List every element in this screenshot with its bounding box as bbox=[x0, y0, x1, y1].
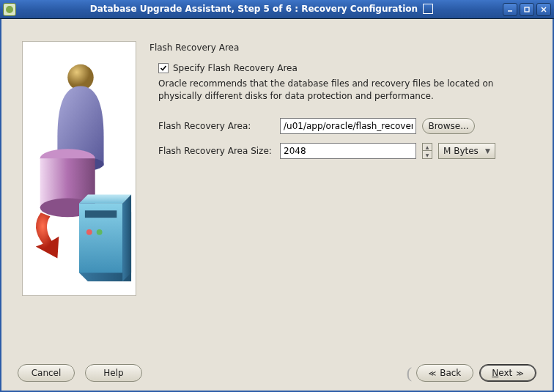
browse-button[interactable]: Browse... bbox=[422, 118, 475, 134]
size-unit-selected: M Bytes bbox=[443, 146, 479, 156]
svg-point-15 bbox=[97, 229, 103, 235]
size-spinner[interactable]: ▲ ▼ bbox=[422, 143, 432, 159]
app-icon bbox=[3, 3, 16, 16]
svg-point-14 bbox=[86, 229, 92, 235]
button-bar: Cancel Help ( ≪ Back Next ≫ bbox=[1, 355, 553, 391]
maximize-button[interactable] bbox=[520, 3, 534, 16]
svg-rect-1 bbox=[525, 7, 529, 12]
specify-recovery-label: Specify Flash Recovery Area bbox=[173, 63, 298, 73]
form-area: Flash Recovery Area Specify Flash Recove… bbox=[149, 41, 532, 348]
size-unit-dropdown[interactable]: M Bytes ▼ bbox=[438, 143, 495, 159]
recovery-path-label: Flash Recovery Area: bbox=[158, 121, 274, 131]
recovery-description: Oracle recommends that the database file… bbox=[158, 78, 532, 103]
close-button[interactable] bbox=[536, 3, 551, 16]
spinner-down-icon[interactable]: ▼ bbox=[423, 151, 432, 158]
recovery-size-input[interactable] bbox=[280, 143, 416, 159]
cancel-button[interactable]: Cancel bbox=[18, 364, 75, 382]
next-arrow-icon: ≫ bbox=[516, 369, 523, 377]
window-title: Database Upgrade Assistant, Step 5 of 6 … bbox=[21, 4, 503, 15]
back-button-label: Back bbox=[440, 368, 461, 378]
svg-marker-12 bbox=[122, 195, 131, 281]
window-title-text: Database Upgrade Assistant, Step 5 of 6 … bbox=[90, 4, 418, 14]
minimize-button[interactable] bbox=[503, 3, 517, 16]
svg-rect-13 bbox=[85, 210, 117, 218]
next-button[interactable]: Next ≫ bbox=[479, 364, 536, 382]
window-titlebar: Database Upgrade Assistant, Step 5 of 6 … bbox=[0, 0, 554, 19]
help-button[interactable]: Help bbox=[85, 364, 142, 382]
svg-marker-11 bbox=[79, 195, 131, 204]
chevron-down-icon: ▼ bbox=[485, 147, 490, 155]
recovery-size-row: Flash Recovery Area Size: ▲ ▼ M Bytes ▼ bbox=[158, 143, 532, 159]
back-arrow-icon: ≪ bbox=[429, 369, 436, 377]
recovery-size-label: Flash Recovery Area Size: bbox=[158, 146, 274, 156]
spinner-up-icon[interactable]: ▲ bbox=[423, 144, 432, 152]
recovery-path-input[interactable] bbox=[280, 118, 416, 134]
specify-recovery-checkbox-row[interactable]: Specify Flash Recovery Area bbox=[158, 63, 532, 73]
recovery-path-row: Flash Recovery Area: Browse... bbox=[158, 118, 532, 134]
title-decoration-icon bbox=[423, 4, 433, 14]
back-button[interactable]: ≪ Back bbox=[416, 364, 473, 382]
content-area: Flash Recovery Area Specify Flash Recove… bbox=[1, 19, 553, 355]
wizard-illustration bbox=[22, 41, 136, 296]
nav-group-icon: ( bbox=[407, 363, 412, 382]
window-body: Flash Recovery Area Specify Flash Recove… bbox=[0, 19, 554, 392]
next-button-label: Next bbox=[492, 368, 512, 378]
section-heading: Flash Recovery Area bbox=[149, 42, 532, 53]
specify-recovery-checkbox[interactable] bbox=[158, 63, 169, 73]
